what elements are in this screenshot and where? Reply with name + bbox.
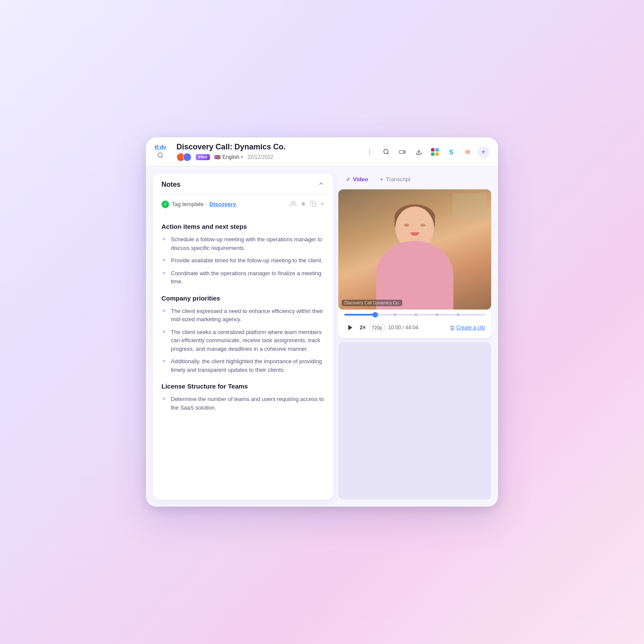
- discovery-tag[interactable]: Discovery: [210, 201, 236, 207]
- svg-point-5: [383, 149, 388, 154]
- bullet-item: ✦ Provide available times for the follow…: [161, 256, 325, 265]
- quality-control[interactable]: 720p: [369, 324, 385, 331]
- logo: tl;dv: [155, 144, 166, 151]
- progress-track[interactable]: [344, 314, 485, 316]
- pro-badge: PRO: [196, 154, 210, 160]
- date-label: 22/12/2022: [247, 154, 273, 160]
- hubspot-button[interactable]: H: [461, 146, 474, 158]
- sparkle-icon[interactable]: [300, 200, 307, 208]
- camera-button[interactable]: [396, 146, 409, 158]
- check-icon: ✓: [346, 176, 350, 182]
- download-button[interactable]: [412, 146, 425, 158]
- section-heading-3: License Structure for Teams: [161, 383, 325, 390]
- notes-header: Notes: [153, 173, 333, 194]
- bullet-item: ✦ The client expressed a need to enhance…: [161, 307, 325, 324]
- bullet-item: ✦ Coordinate with the operations manager…: [161, 269, 325, 286]
- meeting-meta: PRO 🇬🇧 English ▾ 22/12/2022: [176, 153, 356, 161]
- check-circle-icon: ✓: [161, 200, 169, 208]
- header-title-area: Discovery Call: Dynamics Co. PRO 🇬🇧 Engl…: [176, 143, 356, 161]
- chapter-dot: [436, 313, 438, 316]
- notes-panel: Notes ✓ Tag template · Discovery: [153, 173, 333, 500]
- users-icon[interactable]: [290, 200, 297, 208]
- avatars: [176, 153, 191, 161]
- person-torso: [376, 241, 453, 310]
- chapter-dot: [415, 313, 417, 316]
- video-placeholder: Discovery Call Dynamics Co.: [338, 189, 491, 310]
- more-options-button[interactable]: [363, 146, 376, 158]
- person-figure: [372, 198, 458, 310]
- current-time: 10:00: [388, 325, 401, 331]
- svg-point-2: [369, 149, 370, 150]
- bullet-text: Additionally, the client highlighted the…: [171, 357, 325, 374]
- svg-rect-7: [399, 150, 404, 153]
- tab-video[interactable]: ✓ Video: [340, 173, 374, 185]
- plus-icon: +: [380, 176, 383, 182]
- flag-icon: 🇬🇧: [214, 154, 221, 160]
- create-clip-button[interactable]: ⧉ Create a clip: [450, 324, 485, 331]
- avatar-2: [183, 153, 191, 161]
- header-bar: tl;dv Discovery Call: Dynamics Co. PRO 🇬…: [146, 137, 498, 167]
- logo-area: tl;dv: [155, 144, 166, 160]
- bullet-text: Provide available times for the follow-u…: [171, 256, 322, 265]
- collapse-button[interactable]: [318, 180, 325, 189]
- total-time: 44:04: [405, 325, 418, 331]
- svg-point-3: [369, 152, 370, 152]
- svg-rect-11: [313, 203, 316, 206]
- controls-row: 2× 720p 10:00 / 44:04 ⧉ Create a clip: [338, 318, 491, 338]
- svg-marker-8: [404, 150, 405, 153]
- bullet-plus-icon: ✦: [161, 307, 167, 314]
- bullet-item: ✦ The client seeks a centralized platfor…: [161, 328, 325, 353]
- video-bottom-bg: [338, 342, 491, 500]
- bullet-text: The client expressed a need to enhance e…: [171, 307, 325, 324]
- bullet-text: Determine the number of teams and users …: [171, 395, 325, 412]
- bullet-plus-icon: ✦: [161, 358, 167, 365]
- meeting-title: Discovery Call: Dynamics Co.: [176, 143, 356, 152]
- header-actions: S H +: [363, 146, 489, 158]
- salesforce-button[interactable]: S: [445, 146, 458, 158]
- search-button[interactable]: [380, 146, 392, 158]
- create-clip-label: Create a clip: [456, 325, 485, 331]
- chevron-down-icon: ▾: [241, 155, 243, 159]
- language-label: English: [222, 154, 239, 160]
- play-button[interactable]: [344, 322, 356, 334]
- svg-marker-12: [348, 325, 352, 330]
- progress-fill: [344, 314, 375, 316]
- tab-transcript[interactable]: + Transcript: [374, 173, 416, 185]
- svg-point-0: [158, 153, 162, 157]
- chapter-dot: [394, 313, 396, 316]
- slack-button[interactable]: [428, 146, 441, 158]
- speed-control[interactable]: 2×: [360, 325, 366, 331]
- bullet-plus-icon: ✦: [161, 270, 167, 276]
- app-window: tl;dv Discovery Call: Dynamics Co. PRO 🇬…: [146, 137, 498, 507]
- tag-template-label: Tag template ·: [172, 201, 207, 207]
- tag-row: ✓ Tag template · Discovery: [153, 194, 333, 214]
- svg-line-1: [161, 156, 163, 158]
- bullet-item: ✦ Schedule a follow-up meeting with the …: [161, 235, 325, 252]
- tab-video-label: Video: [353, 176, 368, 182]
- clip-icon: ⧉: [450, 324, 454, 331]
- time-display: 10:00 / 44:04: [388, 325, 418, 331]
- copy-icon[interactable]: [310, 200, 316, 208]
- bullet-text: The client seeks a centralized platform …: [171, 328, 325, 353]
- language-selector[interactable]: 🇬🇧 English ▾: [214, 154, 243, 160]
- bullet-item: ✦ Additionally, the client highlighted t…: [161, 357, 325, 374]
- bullet-text: Schedule a follow-up meeting with the op…: [171, 235, 325, 252]
- svg-point-4: [369, 153, 370, 154]
- video-tabs: ✓ Video + Transcript: [338, 173, 491, 185]
- notes-content: Action items and next steps ✦ Schedule a…: [153, 214, 333, 500]
- bullet-plus-icon: ✦: [161, 328, 167, 335]
- add-integration-button[interactable]: +: [477, 146, 489, 158]
- bullet-plus-icon: ✦: [161, 395, 167, 402]
- search-icon[interactable]: [156, 151, 165, 160]
- tab-transcript-label: Transcript: [386, 176, 410, 182]
- video-controls-container: 2× 720p 10:00 / 44:04 ⧉ Create a clip: [338, 310, 491, 338]
- notes-title: Notes: [161, 181, 180, 188]
- section-heading-2: Company priorities: [161, 295, 325, 302]
- add-section-icon[interactable]: +: [320, 200, 325, 209]
- section-heading-1: Action items and next steps: [161, 223, 325, 230]
- chapter-dot: [457, 313, 459, 316]
- svg-point-10: [292, 201, 294, 203]
- video-label: Discovery Call Dynamics Co.: [342, 300, 402, 306]
- bullet-plus-icon: ✦: [161, 236, 167, 243]
- bullet-text: Coordinate with the operations manager t…: [171, 269, 325, 286]
